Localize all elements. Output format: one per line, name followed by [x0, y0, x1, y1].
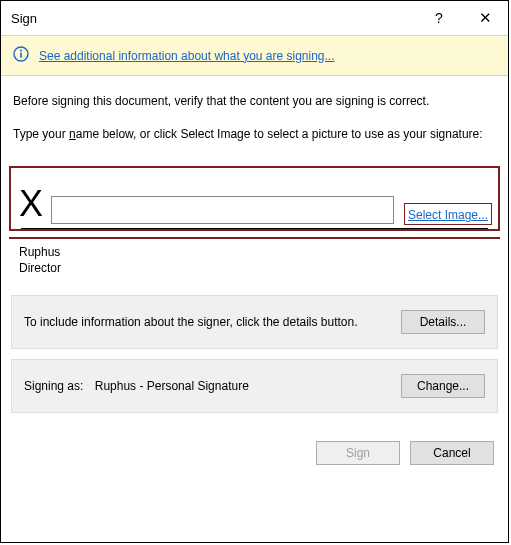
- name-instruction: Type your name below, or click Select Im…: [13, 126, 496, 142]
- info-icon: [13, 46, 29, 65]
- details-row: To include information about the signer,…: [11, 295, 498, 349]
- titlebar: Sign ? ✕: [1, 1, 508, 35]
- close-button[interactable]: ✕: [462, 1, 508, 35]
- signature-x-label: X: [17, 186, 45, 224]
- dialog-footer: Sign Cancel: [1, 413, 508, 479]
- select-image-link[interactable]: Select Image...: [408, 208, 488, 222]
- details-text: To include information about the signer,…: [24, 315, 401, 329]
- signer-title: Director: [19, 261, 490, 275]
- signature-area: X Select Image...: [9, 166, 500, 231]
- signing-as-value: Ruphus - Personal Signature: [95, 379, 249, 393]
- sign-dialog: Sign ? ✕ See additional information abou…: [0, 0, 509, 543]
- help-button[interactable]: ?: [416, 1, 462, 35]
- signature-input[interactable]: [51, 196, 394, 224]
- window-title: Sign: [11, 11, 416, 26]
- info-banner-link[interactable]: See additional information about what yo…: [39, 49, 335, 63]
- signer-name: Ruphus: [19, 245, 490, 259]
- verify-text: Before signing this document, verify tha…: [13, 94, 496, 108]
- svg-rect-2: [20, 53, 22, 58]
- signature-line: [21, 228, 488, 229]
- dialog-body: Before signing this document, verify tha…: [1, 76, 508, 542]
- select-image-container: Select Image...: [404, 203, 492, 225]
- cancel-button[interactable]: Cancel: [410, 441, 494, 465]
- signing-as-row: Signing as: Ruphus - Personal Signature …: [11, 359, 498, 413]
- svg-point-1: [20, 50, 22, 52]
- signer-info: Ruphus Director: [1, 239, 508, 285]
- sign-button[interactable]: Sign: [316, 441, 400, 465]
- details-button[interactable]: Details...: [401, 310, 485, 334]
- change-button[interactable]: Change...: [401, 374, 485, 398]
- info-banner: See additional information about what yo…: [1, 35, 508, 76]
- signing-as-label: Signing as:: [24, 379, 83, 393]
